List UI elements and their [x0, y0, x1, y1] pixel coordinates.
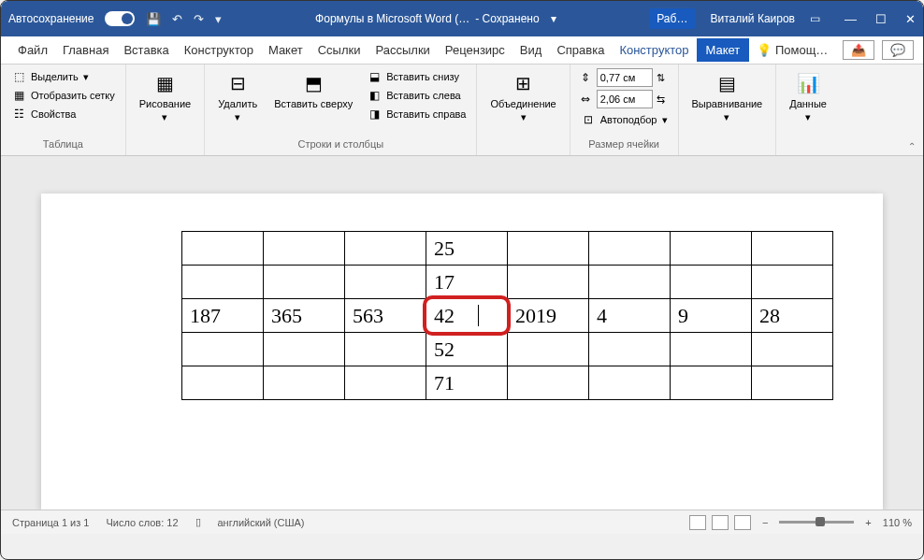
table-cell[interactable]	[671, 266, 752, 299]
table-cell[interactable]	[182, 366, 264, 400]
language-indicator[interactable]: английский (США)	[218, 517, 305, 528]
menu-insert[interactable]: Вставка	[116, 38, 176, 62]
table-cell[interactable]	[752, 266, 833, 299]
menu-tell-me[interactable]: 💡 Помощ…	[749, 38, 835, 62]
table-cell[interactable]	[589, 232, 671, 266]
menu-file[interactable]: Файл	[10, 38, 55, 62]
qat-dropdown-icon[interactable]: ▾	[215, 12, 222, 26]
table-cell[interactable]	[264, 266, 345, 299]
table-cell[interactable]: 52	[426, 333, 508, 366]
menu-layout[interactable]: Макет	[261, 38, 310, 62]
table-cell[interactable]: 4	[589, 299, 671, 333]
menu-review[interactable]: Рецензирс	[438, 38, 513, 62]
col-width-input[interactable]	[597, 90, 653, 108]
merge-button[interactable]: ⊞Объединение▾	[484, 68, 561, 125]
insert-below-button[interactable]: ⬓Вставить снизу	[364, 68, 469, 85]
table-cell[interactable]	[182, 266, 264, 299]
menu-home[interactable]: Главная	[55, 38, 116, 62]
table-cell[interactable]	[589, 333, 671, 366]
web-layout-button[interactable]	[734, 515, 751, 530]
table-cell[interactable]: 71	[426, 366, 508, 400]
menu-designer[interactable]: Конструктор	[177, 38, 261, 62]
align-icon: ▤	[714, 70, 740, 96]
menu-links[interactable]: Ссылки	[310, 38, 368, 62]
table-cell[interactable]: 365	[264, 299, 345, 333]
table-cell[interactable]	[508, 266, 589, 299]
table-cell[interactable]	[264, 366, 345, 400]
table-cell[interactable]	[264, 232, 345, 266]
table-cell[interactable]	[345, 366, 426, 400]
collapse-ribbon-icon[interactable]: ⌃	[908, 141, 916, 151]
menu-table-design[interactable]: Конструктор	[612, 38, 696, 62]
table-cell[interactable]	[752, 232, 833, 266]
title-center: Формулы в Microsoft Word (… - Сохранено …	[222, 12, 649, 25]
table-cell[interactable]	[508, 366, 589, 400]
menu-mailings[interactable]: Рассылки	[368, 38, 437, 62]
zoom-in-button[interactable]: +	[865, 517, 871, 528]
table-cell[interactable]	[671, 333, 752, 366]
properties-button[interactable]: ☷Свойства	[8, 106, 118, 122]
autosave-toggle[interactable]	[105, 11, 135, 26]
close-button[interactable]: ✕	[905, 12, 916, 26]
table-cell[interactable]	[671, 232, 752, 266]
zoom-slider[interactable]	[779, 521, 854, 524]
draw-button[interactable]: ▦Рисование▾	[134, 68, 196, 125]
table-cell[interactable]	[345, 232, 426, 266]
table-cell[interactable]	[182, 333, 264, 366]
word-table[interactable]: 25 17 187 365 563 42 2019	[181, 231, 833, 400]
document-area[interactable]: 25 17 187 365 563 42 2019	[1, 156, 923, 510]
redo-icon[interactable]: ↷	[194, 12, 204, 26]
menu-table-layout[interactable]: Макет	[697, 38, 750, 62]
table-cell[interactable]: 9	[671, 299, 752, 333]
menu-view[interactable]: Вид	[513, 38, 550, 62]
table-cell[interactable]	[182, 232, 264, 266]
menu-help[interactable]: Справка	[549, 38, 612, 62]
data-button[interactable]: 📊Данные▾	[784, 68, 832, 125]
table-cell[interactable]: 25	[426, 232, 508, 266]
undo-icon[interactable]: ↶	[172, 12, 182, 26]
word-count[interactable]: Число слов: 12	[106, 517, 178, 528]
zoom-level[interactable]: 110 %	[883, 517, 912, 528]
insert-left-button[interactable]: ◧Вставить слева	[364, 87, 469, 104]
table-cell[interactable]	[671, 366, 752, 400]
insert-right-icon: ◨	[367, 107, 382, 122]
row-height-input[interactable]	[597, 68, 653, 87]
table-cell[interactable]	[752, 333, 833, 366]
select-button[interactable]: ⬚Выделить ▾	[8, 68, 118, 85]
insert-right-button[interactable]: ◨Вставить справа	[364, 106, 469, 122]
share-button[interactable]: 📤	[843, 40, 874, 60]
minimize-button[interactable]: ―	[845, 12, 857, 26]
autofit-button[interactable]: ⊡Автоподбор ▾	[578, 111, 671, 128]
alignment-button[interactable]: ▤Выравнивание▾	[686, 68, 769, 125]
table-cell[interactable]	[752, 366, 833, 400]
read-mode-button[interactable]	[689, 515, 706, 530]
table-cell[interactable]	[589, 266, 671, 299]
maximize-button[interactable]: ☐	[875, 12, 887, 26]
table-cell[interactable]	[589, 366, 671, 400]
table-cell[interactable]	[264, 333, 345, 366]
delete-button[interactable]: ⊟Удалить▾	[212, 68, 263, 125]
table-cell[interactable]: 28	[752, 299, 833, 333]
grid-icon: ▦	[11, 88, 26, 103]
proofing-icon[interactable]: ▯	[195, 516, 201, 528]
table-cell[interactable]: 17	[426, 266, 508, 299]
comments-button[interactable]: 💬	[882, 40, 914, 60]
table-cell[interactable]: 563	[345, 299, 426, 333]
table-cell[interactable]	[508, 333, 589, 366]
ribbon-group-align: ▤Выравнивание▾	[679, 65, 777, 155]
zoom-out-button[interactable]: −	[762, 517, 768, 528]
page-indicator[interactable]: Страница 1 из 1	[12, 517, 89, 528]
ribbon-options-icon[interactable]: ▭	[810, 12, 820, 25]
table-cell[interactable]	[345, 333, 426, 366]
table-cell-highlighted[interactable]: 42	[426, 299, 508, 333]
table-cell[interactable]	[508, 232, 589, 266]
view-gridlines-button[interactable]: ▦Отобразить сетку	[8, 87, 118, 104]
table-cell[interactable]: 2019	[508, 299, 589, 333]
insert-above-button[interactable]: ⬒Вставить сверху	[268, 68, 358, 111]
print-layout-button[interactable]	[712, 515, 729, 530]
workspace-tab[interactable]: Раб…	[649, 8, 695, 29]
table-cell[interactable]	[345, 266, 426, 299]
table-cell[interactable]: 187	[182, 299, 264, 333]
save-icon[interactable]: 💾	[146, 12, 161, 26]
insert-below-icon: ⬓	[367, 69, 382, 84]
